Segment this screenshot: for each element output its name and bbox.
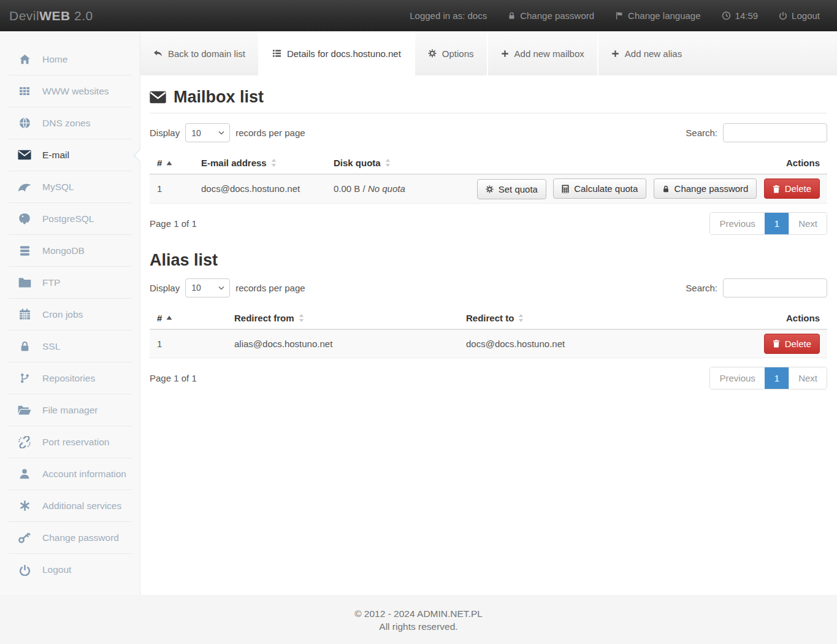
logged-in-as: Logged in as: docs	[410, 10, 487, 21]
mailbox-page-info: Page 1 of 1	[150, 218, 197, 229]
column-label: #	[157, 313, 162, 323]
key-icon	[15, 532, 34, 543]
tabstrip: Back to domain list Details for docs.hos…	[140, 31, 837, 75]
sidebar-item-account-information[interactable]: Account information	[9, 458, 131, 490]
sidebar-item-home[interactable]: Home	[9, 44, 131, 75]
sidebar-item-ftp[interactable]: FTP	[9, 267, 131, 299]
tab-add-new-mailbox[interactable]: Add new mailbox	[487, 31, 597, 75]
alias-col-num[interactable]: #	[150, 307, 227, 329]
asterisk-icon	[15, 500, 34, 512]
sidebar-item-label: SSL	[42, 341, 60, 352]
alias-col-redirect-to[interactable]: Redirect to	[459, 307, 681, 329]
sidebar-item-file-manager[interactable]: File manager	[9, 394, 131, 426]
postgresql-elephant-icon	[15, 213, 34, 225]
logout-label: Logout	[792, 10, 820, 21]
pagination-previous[interactable]: Previous	[710, 213, 764, 234]
alias-row-num: 1	[150, 329, 227, 358]
flag-icon	[615, 11, 624, 20]
home-icon	[15, 54, 34, 65]
mailbox-row-num: 1	[150, 174, 194, 203]
sidebar-item-www-websites[interactable]: WWW websites	[9, 75, 131, 107]
mailbox-display-group: Display 10 records per page	[150, 123, 305, 142]
sidebar-item-mongodb[interactable]: MongoDB	[9, 235, 131, 267]
power-icon	[15, 564, 34, 576]
button-label: Delete	[785, 339, 811, 349]
mailbox-search-input[interactable]	[723, 123, 827, 142]
sidebar-item-mysql[interactable]: MySQL	[9, 171, 131, 203]
footer: © 2012 - 2024 ADMIN.NET.PL All rights re…	[0, 595, 837, 644]
lock-icon	[15, 340, 34, 352]
clock-time: 14:59	[735, 10, 759, 21]
broken-link-icon	[15, 436, 34, 448]
sidebar-item-additional-services[interactable]: Additional services	[9, 490, 131, 522]
topbar-change-language-link[interactable]: Change language	[615, 10, 700, 21]
calculate-quota-button[interactable]: Calculate quota	[553, 178, 646, 199]
sidebar-item-postgresql[interactable]: PostgreSQL	[9, 203, 131, 235]
sidebar-item-label: Change password	[42, 532, 119, 543]
change-language-label: Change language	[628, 10, 700, 21]
trash-icon	[773, 185, 780, 193]
set-quota-button[interactable]: Set quota	[477, 179, 546, 199]
chevron-down-icon	[218, 131, 224, 135]
pagination-next[interactable]: Next	[789, 367, 827, 389]
delete-alias-button[interactable]: Delete	[764, 334, 820, 354]
mailbox-col-email[interactable]: E-mail address	[194, 152, 326, 174]
section-title-text: Mailbox list	[174, 88, 264, 107]
button-label: Set quota	[499, 184, 538, 194]
tab-details-for-domain[interactable]: Details for docs.hostuno.net	[258, 31, 414, 75]
sidebar-item-label: Cron jobs	[42, 309, 83, 320]
pagination-next[interactable]: Next	[789, 213, 827, 234]
mailbox-per-page-select[interactable]: 10	[185, 123, 230, 142]
column-label: #	[157, 158, 162, 168]
mailbox-col-num[interactable]: #	[150, 152, 194, 174]
pagination-page-1[interactable]: 1	[765, 213, 789, 234]
pagination-page-1[interactable]: 1	[765, 367, 789, 389]
column-label: E-mail address	[201, 158, 267, 168]
records-per-page-label: records per page	[235, 128, 305, 138]
sidebar-item-cron-jobs[interactable]: Cron jobs	[9, 299, 131, 331]
tab-add-new-alias[interactable]: Add new alias	[597, 31, 695, 75]
column-label: Redirect from	[234, 313, 294, 323]
sort-both-icon	[385, 159, 391, 167]
app-logo: DevilWEB 2.0	[9, 9, 93, 23]
alias-col-redirect-from[interactable]: Redirect from	[227, 307, 459, 329]
tab-back-to-domain-list[interactable]: Back to domain list	[140, 31, 258, 75]
button-label: Change password	[675, 183, 749, 194]
alias-list-title: Alias list	[150, 251, 827, 270]
sidebar-item-ssl[interactable]: SSL	[9, 331, 131, 362]
sort-both-icon	[299, 314, 304, 322]
topbar-logout-link[interactable]: Logout	[779, 10, 820, 21]
logo-part-2: WEB	[39, 9, 71, 23]
sidebar-item-label: MongoDB	[42, 245, 85, 256]
alias-row-actions: Delete	[681, 329, 827, 358]
mailbox-col-quota[interactable]: Disk quota	[326, 152, 422, 174]
alias-table: # Redirect from Redirect to	[150, 307, 827, 358]
sidebar-item-change-password[interactable]: Change password	[9, 522, 131, 554]
alias-search-input[interactable]	[723, 278, 827, 297]
alias-per-page-select[interactable]: 10	[185, 278, 230, 297]
sidebar-item-dns-zones[interactable]: DNS zones	[9, 107, 131, 139]
alias-col-actions: Actions	[681, 307, 827, 329]
tab-options[interactable]: Options	[414, 31, 487, 75]
sidebar-item-port-reservation[interactable]: Port reservation	[9, 426, 131, 458]
mailbox-col-actions: Actions	[422, 152, 827, 174]
lock-icon	[508, 11, 516, 20]
sidebar-item-email[interactable]: E-mail	[9, 139, 131, 171]
alias-search-group: Search:	[686, 278, 827, 297]
sidebar-item-repositories[interactable]: Repositories	[9, 362, 131, 394]
delete-mailbox-button[interactable]: Delete	[764, 178, 820, 199]
pagination-previous[interactable]: Previous	[710, 367, 764, 389]
sidebar-item-label: Port reservation	[42, 437, 109, 448]
records-per-page-label: records per page	[235, 283, 305, 293]
topbar-change-password-link[interactable]: Change password	[508, 10, 594, 21]
logo-part-1: Devil	[9, 9, 39, 23]
footer-rights: All rights reserved.	[0, 620, 837, 633]
search-label: Search:	[686, 128, 717, 138]
change-password-button[interactable]: Change password	[654, 178, 757, 199]
mailbox-pagination: Previous 1 Next	[709, 212, 827, 235]
change-password-label: Change password	[520, 10, 594, 21]
display-label: Display	[150, 283, 180, 293]
sidebar-item-label: Account information	[42, 469, 126, 480]
column-label: Actions	[786, 158, 820, 168]
sidebar-item-logout[interactable]: Logout	[9, 554, 131, 586]
